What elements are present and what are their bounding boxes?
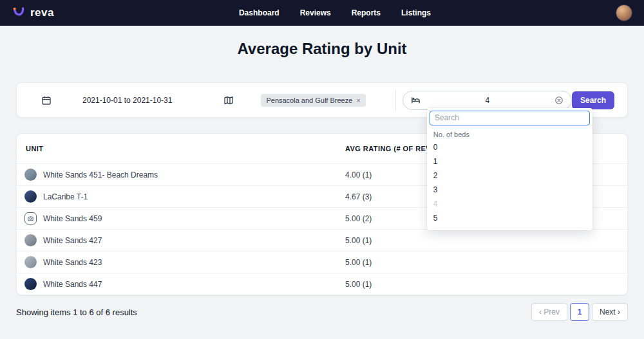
- table-row[interactable]: White Sands 447 5.00 (1): [17, 273, 627, 295]
- search-button[interactable]: Search: [572, 91, 614, 109]
- map-icon[interactable]: [223, 95, 234, 105]
- unit-avatar: [24, 256, 37, 268]
- nav-item-reviews[interactable]: Reviews: [300, 8, 331, 17]
- bed-icon: [411, 95, 421, 105]
- filter-bar: 2021-10-01 to 2021-10-31 Pensacola and G…: [16, 82, 628, 118]
- location-tag[interactable]: Pensacola and Gulf Breeze ×: [261, 94, 365, 107]
- beds-option-2[interactable]: 2: [430, 169, 590, 183]
- prev-page-button[interactable]: ‹ Prev: [531, 303, 567, 321]
- camera-icon: [24, 212, 37, 224]
- location-tag-label: Pensacola and Gulf Breeze: [266, 96, 352, 104]
- beds-option-1[interactable]: 1: [430, 154, 590, 169]
- beds-option-4-selected[interactable]: 4: [430, 197, 590, 211]
- results-footer: Showing items 1 to 6 of 6 results ‹ Prev…: [16, 303, 628, 321]
- date-range-value[interactable]: 2021-10-01 to 2021-10-31: [82, 96, 185, 105]
- calendar-icon[interactable]: [41, 95, 52, 105]
- unit-rating: 5.00 (1): [345, 236, 627, 245]
- brand-name: reva: [30, 6, 54, 19]
- column-header-unit: UNIT: [17, 145, 345, 152]
- page-title: Average Rating by Unit: [0, 40, 644, 58]
- reva-swoosh-icon: [12, 6, 26, 20]
- top-navbar: reva Dashboard Reviews Reports Listings: [0, 0, 644, 26]
- pagination: ‹ Prev 1 Next ›: [531, 303, 628, 321]
- beds-option-3[interactable]: 3: [430, 183, 590, 197]
- results-summary: Showing items 1 to 6 of 6 results: [16, 307, 137, 317]
- filter-divider: [395, 89, 396, 111]
- unit-avatar: [24, 190, 37, 203]
- unit-name: White Sands 451- Beach Dreams: [43, 170, 158, 179]
- beds-combobox[interactable]: 4 No. of beds 0 1 2 3 4 5: [402, 91, 572, 110]
- beds-selected-value: 4: [421, 96, 554, 105]
- unit-name: White Sands 459: [43, 214, 102, 223]
- unit-name: White Sands 423: [43, 258, 102, 267]
- location-tag-remove-icon[interactable]: ×: [356, 96, 360, 104]
- brand-logo[interactable]: reva: [12, 6, 54, 20]
- clear-circle-icon[interactable]: [554, 96, 564, 105]
- table-row[interactable]: White Sands 423 5.00 (1): [17, 251, 627, 273]
- unit-rating: 5.00 (1): [345, 280, 627, 289]
- beds-option-0[interactable]: 0: [430, 140, 590, 154]
- beds-dropdown-group-label: No. of beds: [430, 125, 590, 140]
- unit-name: White Sands 427: [43, 236, 102, 245]
- next-page-button[interactable]: Next ›: [592, 303, 628, 321]
- nav-item-reports[interactable]: Reports: [352, 8, 381, 17]
- nav-links: Dashboard Reviews Reports Listings: [239, 8, 431, 17]
- nav-item-listings[interactable]: Listings: [401, 8, 431, 17]
- beds-dropdown-search-input[interactable]: [430, 111, 590, 125]
- beds-dropdown: No. of beds 0 1 2 3 4 5: [427, 108, 592, 230]
- table-row[interactable]: White Sands 427 5.00 (1): [17, 229, 627, 251]
- current-page-button[interactable]: 1: [570, 303, 589, 321]
- unit-avatar: [24, 278, 37, 290]
- unit-rating: 5.00 (1): [345, 258, 627, 267]
- unit-avatar: [24, 169, 37, 181]
- unit-name: LaCaribe T-1: [43, 192, 88, 201]
- unit-avatar: [24, 234, 37, 246]
- unit-name: White Sands 447: [43, 280, 102, 289]
- user-avatar[interactable]: [616, 5, 632, 21]
- beds-option-5[interactable]: 5: [430, 211, 590, 225]
- nav-item-dashboard[interactable]: Dashboard: [239, 8, 279, 17]
